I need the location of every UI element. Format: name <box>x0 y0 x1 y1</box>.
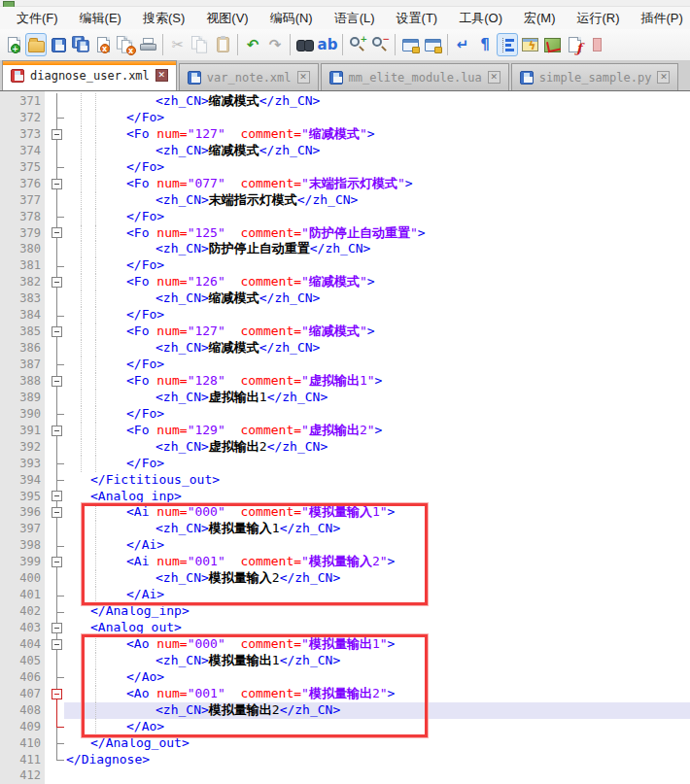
code-text[interactable]: </Fo> <box>64 257 690 274</box>
code-text[interactable]: </Fo> <box>64 406 690 423</box>
code-line-388[interactable]: 388<Fo num="128" comment="虚拟输出1"> <box>0 373 690 390</box>
menu-item-8[interactable]: 工具(O) <box>448 8 513 29</box>
code-line-399[interactable]: 399<Ai num="001" comment="模拟量输入2"> <box>0 554 690 570</box>
find-button[interactable] <box>294 33 316 56</box>
menu-item-9[interactable]: 宏(M) <box>513 8 567 29</box>
code-text[interactable]: </Analog_inp> <box>64 603 690 620</box>
tab-simple_sample.py[interactable]: simple_sample.py✕ <box>511 63 679 90</box>
code-text[interactable]: <zh_CN>模拟量输出2</zh_CN> <box>64 702 690 719</box>
code-line-408[interactable]: 408<zh_CN>模拟量输出2</zh_CN> <box>0 702 690 719</box>
fold-margin[interactable] <box>45 373 64 390</box>
code-line-406[interactable]: 406</Ao> <box>0 669 690 686</box>
fold-margin[interactable] <box>45 521 64 537</box>
fold-collapse-icon[interactable] <box>52 426 62 436</box>
tab-diagnose_user.xml[interactable]: diagnose_user.xml✕ <box>2 60 177 90</box>
code-text[interactable]: <zh_CN>防护停止自动重置</zh_CN> <box>64 241 690 257</box>
fold-margin[interactable] <box>45 406 64 423</box>
menu-item-10[interactable]: 运行(R) <box>566 8 630 29</box>
code-text[interactable]: <Analog_inp> <box>64 489 690 505</box>
fold-margin[interactable] <box>45 93 64 110</box>
code-text[interactable]: </Fo> <box>64 307 690 324</box>
fold-collapse-icon[interactable] <box>52 179 62 189</box>
fold-margin[interactable] <box>45 554 64 570</box>
code-line-411[interactable]: 411</Diagnose> <box>0 752 690 768</box>
word-wrap-button[interactable]: ↵ <box>452 33 473 56</box>
code-line-404[interactable]: 404<Ao num="000" comment="模拟量输出1"> <box>0 636 690 653</box>
fold-margin[interactable] <box>45 340 64 357</box>
code-line-398[interactable]: 398</Ai> <box>0 537 690 554</box>
code-line-412[interactable]: 412 <box>0 767 690 784</box>
code-text[interactable]: <Fo num="128" comment="虚拟输出1"> <box>64 373 690 390</box>
tab-close-icon[interactable]: ✕ <box>488 71 500 84</box>
code-text[interactable]: </Ao> <box>64 719 690 735</box>
fold-collapse-icon[interactable] <box>52 227 62 238</box>
show-indent-guide-button[interactable] <box>497 33 518 56</box>
code-text[interactable]: <Ao num="001" comment="模拟量输出2"> <box>64 686 690 702</box>
fold-margin[interactable] <box>45 669 64 686</box>
fold-margin[interactable] <box>45 143 64 159</box>
fold-margin[interactable] <box>45 176 64 192</box>
code-line-374[interactable]: 374<zh_CN>缩减模式</zh_CN> <box>0 143 690 159</box>
tab-mm_elite_module.lua[interactable]: mm_elite_module.lua✕ <box>321 63 509 90</box>
sync-vertical-scroll-button[interactable] <box>399 33 421 56</box>
fold-margin[interactable] <box>45 735 64 752</box>
fold-margin[interactable] <box>45 653 64 669</box>
code-text[interactable]: <zh_CN>虚拟输出2</zh_CN> <box>64 439 690 456</box>
code-text[interactable]: <Ao num="000" comment="模拟量输出1"> <box>64 636 690 653</box>
code-line-402[interactable]: 402</Analog_inp> <box>0 603 690 620</box>
code-text[interactable]: <Fo num="126" comment="缩减模式"> <box>64 274 690 290</box>
code-text[interactable]: </Ao> <box>64 669 690 686</box>
fold-margin[interactable] <box>45 126 64 143</box>
code-line-392[interactable]: 392<zh_CN>虚拟输出2</zh_CN> <box>0 439 690 456</box>
fold-collapse-icon[interactable] <box>52 623 62 633</box>
fold-margin[interactable] <box>45 489 64 505</box>
fold-margin[interactable] <box>45 209 64 225</box>
fold-margin[interactable] <box>45 241 64 257</box>
close-button[interactable]: x <box>92 33 114 56</box>
tab-close-icon[interactable]: ✕ <box>297 71 310 84</box>
tab-close-icon[interactable]: ✕ <box>657 71 670 84</box>
code-line-372[interactable]: 372</Fo> <box>0 110 690 126</box>
code-editor[interactable]: 371<zh_CN>缩减模式</zh_CN>372</Fo>373<Fo num… <box>0 91 690 784</box>
fold-collapse-icon[interactable] <box>52 277 62 288</box>
code-line-401[interactable]: 401</Ai> <box>0 587 690 603</box>
code-text[interactable]: <Fo num="127" comment="缩减模式"> <box>64 324 690 340</box>
code-line-405[interactable]: 405<zh_CN>模拟量输出1</zh_CN> <box>0 653 690 669</box>
menu-item-5[interactable]: 编码(N) <box>259 8 324 29</box>
fold-margin[interactable] <box>45 686 64 702</box>
fold-margin[interactable] <box>45 159 64 176</box>
code-text[interactable]: <Fo num="129" comment="虚拟输出2"> <box>64 423 690 439</box>
code-text[interactable]: <zh_CN>虚拟输出1</zh_CN> <box>64 390 690 406</box>
code-text[interactable]: </Fictitious_out> <box>64 472 690 489</box>
fold-margin[interactable] <box>45 603 64 620</box>
code-text[interactable]: </Ai> <box>64 587 690 603</box>
tab-var_note.xml[interactable]: var_note.xml✕ <box>179 63 319 90</box>
menu-item-1[interactable]: 文件(F) <box>6 8 69 29</box>
fold-margin[interactable] <box>45 636 64 653</box>
code-line-389[interactable]: 389<zh_CN>虚拟输出1</zh_CN> <box>0 390 690 406</box>
document-map-button[interactable] <box>541 33 563 56</box>
fold-margin[interactable] <box>45 390 64 406</box>
code-line-376[interactable]: 376<Fo num="077" comment="末端指示灯模式"> <box>0 176 690 192</box>
code-line-394[interactable]: 394</Fictitious_out> <box>0 472 690 489</box>
close-all-button[interactable]: x <box>115 33 136 56</box>
code-text[interactable]: </Fo> <box>64 110 690 126</box>
code-text[interactable]: <zh_CN>缩减模式</zh_CN> <box>64 340 690 357</box>
code-line-386[interactable]: 386<zh_CN>缩减模式</zh_CN> <box>0 340 690 357</box>
code-text[interactable]: <zh_CN>末端指示灯模式</zh_CN> <box>64 192 690 209</box>
fold-margin[interactable] <box>45 620 64 636</box>
code-line-410[interactable]: 410</Analog_out> <box>0 735 690 752</box>
redo-button[interactable]: ↷ <box>264 33 286 56</box>
tab-close-icon[interactable]: ✕ <box>155 69 168 82</box>
fold-margin[interactable] <box>45 439 64 456</box>
fold-collapse-icon[interactable] <box>52 689 62 699</box>
fold-margin[interactable] <box>45 324 64 340</box>
code-text[interactable]: <Fo num="127" comment="缩减模式"> <box>64 126 690 143</box>
fold-collapse-icon[interactable] <box>52 639 62 650</box>
zoom-in-button[interactable]: + <box>347 33 368 56</box>
fold-margin[interactable] <box>45 570 64 587</box>
code-text[interactable]: </Fo> <box>64 209 690 225</box>
toolbar-partial-icon-button[interactable] <box>586 33 607 56</box>
fold-margin[interactable] <box>45 357 64 373</box>
code-line-409[interactable]: 409</Ao> <box>0 719 690 735</box>
